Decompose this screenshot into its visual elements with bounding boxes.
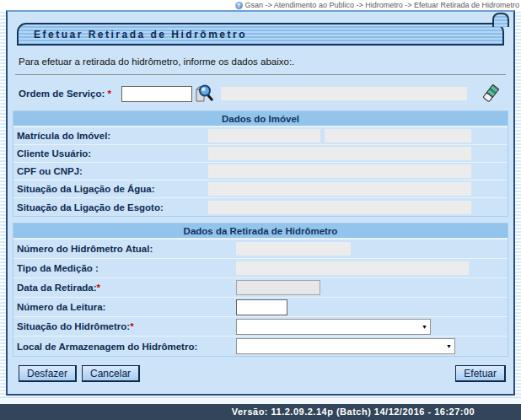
cpf-cnpj-label: CPF ou CNPJ:	[17, 166, 208, 176]
breadcrumb-path: Gsan -> Atendimento ao Publico -> Hidrom…	[245, 1, 519, 9]
row-numero-hidrometro-atual: Número do Hidrômetro Atual:	[13, 240, 508, 259]
matricula-imovel-value	[208, 129, 320, 143]
data-retirada-label-text: Data da Retirada:	[17, 283, 97, 293]
section-dados-imovel: Dados do Imóvel Matrícula do Imóvel: Cli…	[13, 110, 508, 217]
data-retirada-label: Data da Retirada:*	[17, 283, 236, 293]
tipo-medicao-label: Tipo da Medição :	[17, 263, 236, 273]
section-imovel-title: Dados do Imóvel	[13, 111, 508, 127]
section-retirada-title: Dados da Retirada de Hidrômetro	[13, 223, 508, 240]
frame-corner-decoration	[492, 13, 509, 27]
eraser-icon	[483, 84, 499, 103]
help-icon[interactable]: ?	[235, 2, 243, 9]
cpf-cnpj-value	[208, 164, 471, 178]
numero-leitura-label: Número da Leitura:	[17, 302, 236, 312]
erase-order-button[interactable]	[483, 84, 499, 103]
matricula-imovel-descricao	[325, 129, 471, 143]
instruction-text: Para efetuar a retirada do hidrômetro, i…	[19, 57, 504, 67]
version-footer: Versão: 11.2.09.2.14p (Batch) 14/12/2016…	[0, 404, 521, 420]
document-magnifier-icon	[194, 83, 215, 104]
situacao-agua-value	[208, 182, 471, 196]
ordem-servico-label: Ordem de Serviço: *	[19, 89, 121, 99]
row-local-armazenagem: Local de Armazenagem do Hidrômetro: ▼	[13, 337, 508, 356]
gsan-screen: ? Gsan -> Atendimento ao Publico -> Hidr…	[0, 0, 521, 420]
situacao-agua-label: Situação da Ligação de Água:	[17, 184, 208, 194]
main-frame: Efetuar Retirada de Hidrômetro Para efet…	[6, 10, 515, 396]
row-situacao-agua: Situação da Ligação de Água:	[13, 180, 508, 198]
situacao-hidrometro-label-text: Situação do Hidrômetro:	[17, 321, 130, 331]
ordem-servico-description	[221, 87, 467, 100]
numero-hidrometro-atual-label: Número do Hidrômetro Atual:	[17, 244, 236, 254]
local-armazenagem-label: Local de Armazenagem do Hidrômetro:	[17, 342, 236, 352]
search-order-button[interactable]	[194, 83, 215, 104]
row-situacao-hidrometro: Situação do Hidrômetro:* ▼	[13, 317, 508, 337]
cancelar-button[interactable]: Cancelar	[82, 365, 140, 382]
row-data-retirada: Data da Retirada:*	[13, 278, 508, 298]
cliente-usuario-value	[208, 147, 471, 160]
required-marker: *	[97, 283, 100, 293]
situacao-hidrometro-select[interactable]: ▼	[236, 319, 431, 335]
row-tipo-medicao: Tipo da Medição :	[13, 259, 508, 278]
required-marker: *	[130, 321, 133, 331]
action-buttons-row: Desfazer Cancelar Efetuar	[19, 365, 506, 382]
row-matricula-imovel: Matrícula do Imóvel:	[13, 127, 508, 145]
row-situacao-esgoto: Situação da Ligação de Esgoto:	[13, 198, 508, 216]
ordem-servico-label-text: Ordem de Serviço:	[19, 89, 105, 99]
situacao-esgoto-value	[208, 201, 471, 214]
chevron-down-icon: ▼	[446, 343, 452, 350]
page-title: Efetuar Retirada de Hidrômetro	[34, 29, 247, 40]
matricula-imovel-label: Matrícula do Imóvel:	[17, 131, 208, 141]
page-title-bar: Efetuar Retirada de Hidrômetro	[17, 23, 504, 46]
numero-leitura-input[interactable]	[236, 299, 287, 315]
row-cliente-usuario: Cliente Usuário:	[13, 145, 508, 163]
divider	[15, 74, 506, 75]
tipo-medicao-value	[236, 261, 469, 275]
local-armazenagem-select[interactable]: ▼	[236, 338, 455, 354]
data-retirada-value	[236, 280, 320, 295]
breadcrumb: ? Gsan -> Atendimento ao Publico -> Hidr…	[0, 0, 521, 10]
numero-hidrometro-atual-value	[236, 242, 351, 256]
ordem-servico-input[interactable]	[121, 86, 192, 102]
situacao-esgoto-label: Situação da Ligação de Esgoto:	[17, 202, 208, 213]
section-dados-retirada: Dados da Retirada de Hidrômetro Número d…	[13, 223, 508, 357]
footer-gap	[0, 397, 521, 404]
ordem-servico-row: Ordem de Serviço: *	[19, 83, 506, 105]
cliente-usuario-label: Cliente Usuário:	[17, 148, 208, 159]
situacao-hidrometro-label: Situação do Hidrômetro:*	[17, 321, 236, 331]
row-numero-leitura: Número da Leitura:	[13, 298, 508, 317]
efetuar-button[interactable]: Efetuar	[455, 365, 506, 382]
desfazer-button[interactable]: Desfazer	[19, 365, 77, 382]
required-marker: *	[107, 89, 110, 99]
chevron-down-icon: ▼	[422, 324, 427, 331]
row-cpf-cnpj: CPF ou CNPJ:	[13, 163, 508, 180]
